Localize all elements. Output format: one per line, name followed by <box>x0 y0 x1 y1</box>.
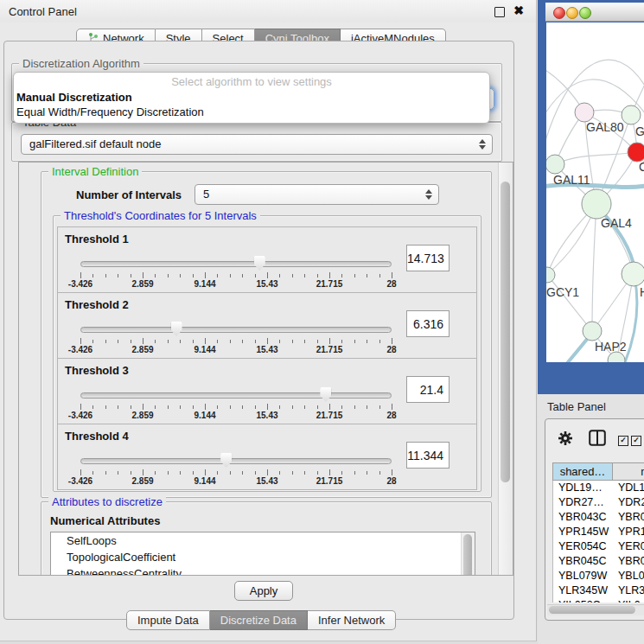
table-row[interactable]: YDL19…YDL1 <box>553 481 644 495</box>
close-traffic-light[interactable] <box>553 7 565 19</box>
slider-track[interactable] <box>80 327 392 333</box>
table-row[interactable]: YDR27…YDR2 <box>553 495 644 510</box>
attribute-list-item[interactable]: TopologicalCoefficient <box>51 549 475 565</box>
network-edge[interactable] <box>555 152 637 164</box>
attribute-list-item[interactable]: BetweennessCentrality <box>51 565 475 576</box>
table-cell: YDR27… <box>553 495 614 510</box>
threshold-panel: Threshold 1-3.4262.8599.14415.4321.71528… <box>57 226 477 293</box>
threshold-slider[interactable]: -3.4262.8599.14415.4321.71528 <box>80 255 392 290</box>
attributes-list-scrollbar[interactable] <box>461 532 475 576</box>
float-icon[interactable] <box>494 7 505 17</box>
table-cell: YPR145W <box>553 525 614 539</box>
attribute-list-item[interactable]: SelfLoops <box>51 532 475 549</box>
network-node[interactable] <box>622 262 644 286</box>
table-row[interactable]: YIL052CYIL0 <box>553 598 644 603</box>
dropdown-item-equal-width-frequency[interactable]: Equal Width/Frequency Discretization <box>14 105 489 119</box>
panel-title: Control Panel <box>9 5 77 18</box>
number-of-intervals-value: 5 <box>203 185 438 204</box>
settings-scrollpane: Interval Definition Number of Intervals … <box>18 162 513 576</box>
close-icon[interactable]: ✖ <box>513 3 524 17</box>
network-node-label: HAP2 <box>595 340 627 354</box>
number-of-intervals-label: Number of Intervals <box>76 188 182 201</box>
column-header-shared-name[interactable]: shared… <box>552 462 613 481</box>
column-header-name[interactable]: na <box>613 462 644 481</box>
attributes-group: Attributes to discretize Numerical Attri… <box>41 501 492 576</box>
network-view-window: GAL80GCGAL11GAL4GCY1HHAP2 <box>538 0 644 394</box>
slider-thumb[interactable] <box>320 387 331 402</box>
slider-thumb[interactable] <box>220 453 232 468</box>
table-cell: YBR043C <box>553 510 614 525</box>
thresholds-group-title: Threshold's Coordinates for 5 Intervals <box>61 209 260 222</box>
network-node-label: GAL4 <box>601 216 632 230</box>
network-edge[interactable] <box>546 360 616 362</box>
network-node[interactable] <box>628 143 644 162</box>
tab-impute-data[interactable]: Impute Data <box>126 610 210 630</box>
table-cell: YIL052C <box>553 598 614 603</box>
tab-discretize-data[interactable]: Discretize Data <box>210 610 308 630</box>
network-node[interactable] <box>575 103 594 122</box>
threshold-panel: Threshold 3-3.4262.8599.14415.4321.71528… <box>57 358 477 424</box>
network-node[interactable] <box>546 267 555 283</box>
tab-infer-network[interactable]: Infer Network <box>308 610 396 630</box>
main-vertical-scrollbar[interactable] <box>498 163 513 575</box>
network-node-label: G <box>635 124 644 138</box>
checkbox-icon[interactable]: ✓ <box>618 436 628 446</box>
network-edge[interactable] <box>546 334 591 362</box>
apply-button[interactable]: Apply <box>234 581 293 601</box>
slider-thumb[interactable] <box>254 256 265 271</box>
dropdown-prompt-item[interactable]: Select algorithm to view settings <box>14 73 489 90</box>
network-node-label: GAL11 <box>553 173 590 187</box>
slider-track[interactable] <box>80 392 392 399</box>
attributes-group-title: Attributes to discretize <box>48 495 166 508</box>
network-node[interactable] <box>546 155 564 174</box>
gear-icon[interactable] <box>558 430 573 446</box>
network-node[interactable] <box>622 105 641 124</box>
checkbox-icon[interactable]: ✓ <box>631 436 641 446</box>
table-row[interactable]: YER054CYER0 <box>553 539 644 554</box>
table-cell: YBR0 <box>614 510 644 525</box>
scrollbar-thumb[interactable] <box>501 182 510 482</box>
table-cell: YLR3 <box>614 583 644 598</box>
network-edge[interactable] <box>592 204 596 331</box>
table-header-row: shared… na <box>552 462 644 481</box>
threshold-slider[interactable]: -3.4262.8599.14415.4321.71528 <box>80 386 392 421</box>
threshold-value-field[interactable]: 11.344 <box>406 442 450 469</box>
zoom-traffic-light[interactable] <box>579 7 591 19</box>
network-node[interactable] <box>582 189 611 219</box>
network-edge[interactable] <box>547 275 592 331</box>
table-horizontal-scrollbar[interactable] <box>547 604 644 615</box>
threshold-value-field[interactable]: 14.713 <box>406 245 450 271</box>
table-row[interactable]: YLR345WYLR3 <box>553 583 644 598</box>
slider-ticks <box>80 469 392 476</box>
thresholds-coordinates-group: Threshold's Coordinates for 5 Intervals … <box>53 215 481 492</box>
node-table: shared… na YDL19…YDL1YDR27…YDR2YBR043CYB… <box>552 462 644 603</box>
numerical-attributes-list: SelfLoopsTopologicalCoefficientBetweenne… <box>50 532 475 576</box>
scrollbar-thumb[interactable] <box>463 534 472 576</box>
numerical-attributes-label: Numerical Attributes <box>50 514 160 527</box>
slider-track[interactable] <box>80 458 392 464</box>
minimize-traffic-light[interactable] <box>566 7 578 19</box>
slider-ticks <box>80 404 392 411</box>
network-canvas[interactable]: GAL80GCGAL11GAL4GCY1HHAP2 <box>546 22 644 362</box>
table-data-combobox[interactable]: galFiltered.sif default node <box>21 134 493 155</box>
threshold-value-field[interactable]: 21.4 <box>406 376 450 403</box>
table-toolbar: ✓ ✓ <box>545 419 644 457</box>
table-row[interactable]: YBR045CYBR0 <box>553 554 644 569</box>
threshold-slider[interactable]: -3.4262.8599.14415.4321.71528 <box>80 452 392 487</box>
split-columns-icon[interactable] <box>589 430 606 446</box>
table-cell: YER0 <box>614 539 644 554</box>
combo-arrows-icon <box>479 139 486 150</box>
table-row[interactable]: YBL079WYBL0 <box>553 569 644 583</box>
dropdown-item-manual-discretization[interactable]: Manual Discretization <box>14 90 489 105</box>
slider-track[interactable] <box>80 261 392 267</box>
scrollbar-thumb[interactable] <box>549 606 635 614</box>
slider-ticks <box>80 338 392 345</box>
threshold-slider[interactable]: -3.4262.8599.14415.4321.71528 <box>80 321 392 355</box>
table-cell: YBR045C <box>553 554 614 569</box>
number-of-intervals-combobox[interactable]: 5 <box>194 184 439 205</box>
network-node[interactable] <box>583 322 602 341</box>
table-row[interactable]: YPR145WYPR1 <box>553 525 644 539</box>
threshold-value-field[interactable]: 6.316 <box>406 310 450 337</box>
slider-thumb[interactable] <box>171 322 182 336</box>
table-row[interactable]: YBR043CYBR0 <box>553 510 644 525</box>
